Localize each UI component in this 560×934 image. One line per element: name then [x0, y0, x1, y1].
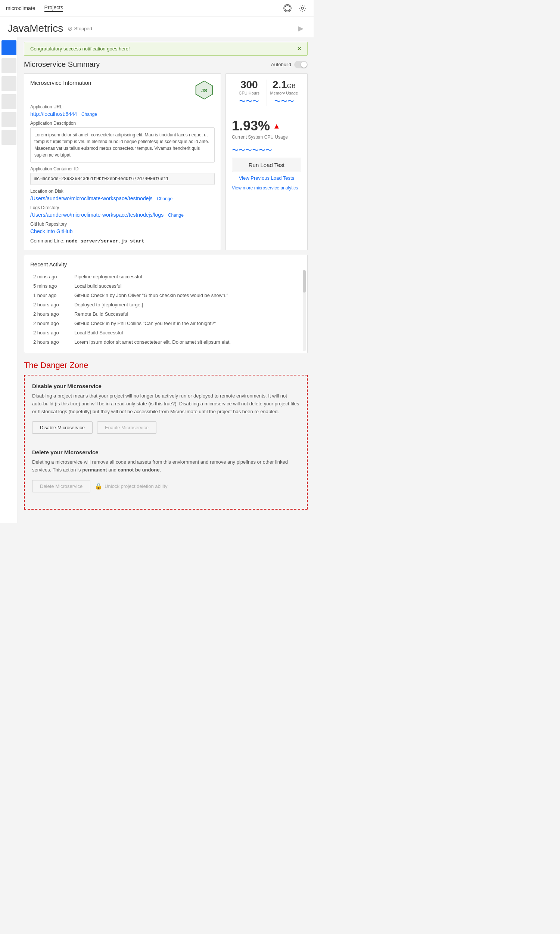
activity-row: 2 hours agoDeployed to [deployment targe…	[30, 300, 301, 309]
danger-zone-border: Disable your Microservice Disabling a pr…	[24, 375, 308, 510]
delete-buttons: Delete Microservice 🔒 Unlock project del…	[32, 480, 299, 492]
status-label: Stopped	[74, 26, 92, 31]
location-row: /Users/aunderwo/microclimate-workspace/t…	[30, 196, 215, 201]
top-nav: microclimate Projects	[0, 0, 314, 17]
activity-event: Local Build Successful	[71, 328, 301, 338]
two-col-layout: Microservice Information JS Application …	[24, 73, 308, 250]
description-box: Lorem ipsum dolor sit amet, consectetur …	[30, 127, 215, 162]
activity-time: 5 mins ago	[30, 281, 71, 291]
github-link[interactable]: Check into GitHub	[30, 228, 73, 234]
cpu-wave-icon: 〜〜〜	[232, 97, 266, 106]
activity-event: Local build successful	[71, 281, 301, 291]
delete-description: Deleting a microservice will remove all …	[32, 458, 299, 474]
cpu-hours-metric: 300 CPU Hours 〜〜〜	[232, 80, 266, 106]
memory-label: Memory Usage	[267, 91, 302, 95]
content-area: Congratulatory success notification goes…	[18, 37, 314, 523]
activity-event: GitHub Check in by Phil Collins "Can you…	[71, 319, 301, 328]
stop-circle-icon: ⊘	[68, 25, 72, 32]
summary-title: Microservice Summary	[24, 60, 100, 69]
disable-description: Disabling a project means that your proj…	[32, 392, 299, 415]
play-button[interactable]: ▶	[296, 23, 306, 34]
help-icon[interactable]	[282, 3, 293, 14]
sidebar-item-overview[interactable]	[2, 40, 17, 55]
brand-label: microclimate	[6, 5, 35, 11]
app-url-change[interactable]: Change	[82, 112, 97, 117]
app-url-link[interactable]: http://localhost:6444	[30, 111, 77, 117]
stopped-badge: ⊘ Stopped	[68, 25, 92, 32]
main-layout: Congratulatory success notification goes…	[0, 37, 314, 523]
disable-buttons: Disable Microservice Enable Microservice	[32, 421, 299, 434]
delete-desc-bold1: permanent	[82, 467, 107, 473]
activity-event: GitHub Checkin by John Oliver "Github ch…	[71, 291, 301, 300]
location-change[interactable]: Change	[157, 196, 172, 201]
lock-icon: 🔒	[95, 483, 102, 490]
view-analytics-link[interactable]: View more microservice analytics	[232, 185, 301, 191]
activity-row: 2 hours agoRemote Build Successful	[30, 309, 301, 319]
autobuild-label: Autobuild	[271, 62, 291, 67]
scrollbar-thumb[interactable]	[303, 270, 306, 293]
delete-desc-2: and	[107, 467, 118, 473]
cpu-usage-big: 1.93% ▲	[232, 118, 301, 134]
container-id-value: mc-mcnode-289336043d61f9bf02ebb4ed0f672d…	[30, 173, 215, 185]
activity-time: 2 hours ago	[30, 328, 71, 338]
nodejs-logo: JS	[194, 80, 215, 100]
cpu-hours-value: 300	[232, 80, 266, 90]
sidebar-item-6[interactable]	[2, 130, 17, 145]
activity-event: Remote Build Successful	[71, 309, 301, 319]
description-label: Application Description	[30, 121, 215, 126]
activity-event: Deployed to [deployment target]	[71, 300, 301, 309]
logs-change[interactable]: Change	[168, 213, 184, 218]
activity-time: 2 hours ago	[30, 338, 71, 347]
metrics-card: 300 CPU Hours 〜〜〜 2.1GB Memory Usage 〜〜〜…	[226, 73, 308, 250]
microservice-info-card: Microservice Information JS Application …	[24, 73, 221, 250]
command-line-row: Command Line: node server/server.js star…	[30, 238, 215, 244]
location-label: Location on Disk	[30, 189, 215, 194]
location-path[interactable]: /Users/aunderwo/microclimate-workspace/t…	[30, 196, 153, 201]
github-label: GitHub Repository	[30, 222, 215, 227]
cpu-usage-value: 1.93%	[232, 118, 270, 134]
success-notification: Congratulatory success notification goes…	[24, 42, 308, 55]
logs-path[interactable]: /Users/aunderwo/microclimate-workspace/t…	[30, 212, 163, 218]
cpu-hours-label: CPU Hours	[232, 91, 266, 95]
command-value: node server/server.js start	[66, 238, 145, 244]
notification-close-button[interactable]: ✕	[297, 46, 301, 52]
activity-row: 5 mins agoLocal build successful	[30, 281, 301, 291]
settings-icon[interactable]	[297, 3, 308, 14]
cpu-up-arrow-icon: ▲	[273, 122, 280, 130]
disable-section: Disable your Microservice Disabling a pr…	[32, 383, 299, 434]
activity-time: 2 mins ago	[30, 272, 71, 281]
activity-row: 2 hours agoLocal Build Successful	[30, 328, 301, 338]
sidebar-item-4[interactable]	[2, 94, 17, 109]
delete-microservice-button[interactable]: Delete Microservice	[32, 480, 90, 492]
activity-title: Recent Activity	[30, 261, 301, 268]
activity-time: 2 hours ago	[30, 309, 71, 319]
cpu-usage-wave-icon: 〜〜〜〜〜〜	[232, 146, 301, 155]
activity-row: 2 hours agoGitHub Check in by Phil Colli…	[30, 319, 301, 328]
unlock-button[interactable]: 🔒 Unlock project deletion ability	[95, 483, 167, 490]
section-title-row: Microservice Summary Autobuild	[24, 60, 308, 69]
sidebar-item-2[interactable]	[2, 58, 17, 73]
scrollbar[interactable]	[303, 270, 306, 351]
delete-section: Delete your Microservice Deleting a micr…	[32, 449, 299, 492]
card-header: Microservice Information JS	[30, 80, 215, 100]
view-previous-load-tests-link[interactable]: View Previous Load Tests	[232, 175, 301, 181]
metrics-top: 300 CPU Hours 〜〜〜 2.1GB Memory Usage 〜〜〜	[232, 80, 301, 112]
delete-desc-bold2: cannot be undone.	[118, 467, 161, 473]
nav-icons	[282, 3, 308, 14]
disable-microservice-button[interactable]: Disable Microservice	[32, 421, 92, 434]
enable-microservice-button[interactable]: Enable Microservice	[97, 421, 157, 434]
memory-value: 2.1GB	[267, 80, 302, 90]
danger-zone-title: The Danger Zone	[24, 361, 308, 370]
sidebar-item-5[interactable]	[2, 112, 17, 127]
autobuild-toggle[interactable]	[294, 61, 308, 68]
app-url-label: Application URL:	[30, 104, 215, 109]
activity-table: 2 mins agoPipeline deployment successful…	[30, 272, 301, 347]
sidebar-item-3[interactable]	[2, 76, 17, 91]
page-header: JavaMetrics ⊘ Stopped ▶	[0, 17, 314, 37]
run-load-test-button[interactable]: Run Load Test	[232, 158, 301, 172]
activity-event: Pipeline deployment successful	[71, 272, 301, 281]
nav-projects[interactable]: Projects	[45, 5, 63, 12]
activity-time: 1 hour ago	[30, 291, 71, 300]
activity-row: 2 hours agoLorem ipsum dolor sit amet co…	[30, 338, 301, 347]
activity-event: Lorem ipsum dolor sit amet consecteteur …	[71, 338, 301, 347]
